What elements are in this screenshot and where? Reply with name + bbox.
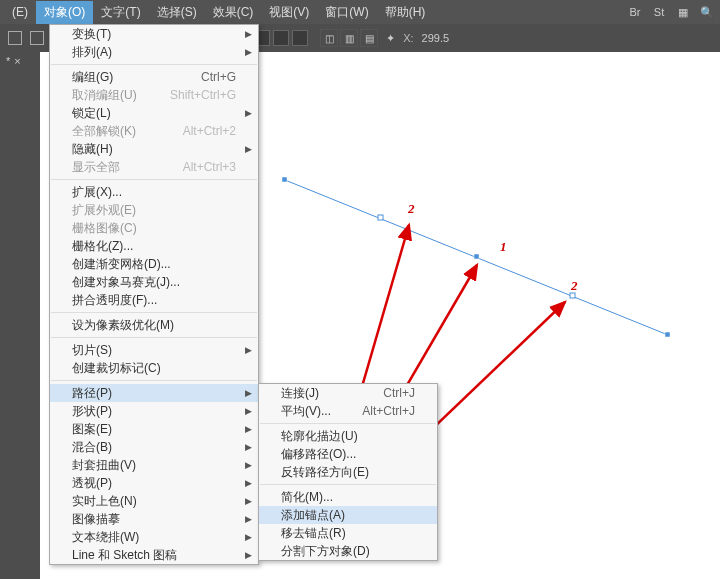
menu-ungroup[interactable]: 取消编组(U)Shift+Ctrl+G bbox=[50, 86, 258, 104]
menu-perspective[interactable]: 透视(P)▶ bbox=[50, 474, 258, 492]
submenu-average[interactable]: 平均(V)...Alt+Ctrl+J bbox=[259, 402, 437, 420]
style-swatch[interactable] bbox=[273, 30, 289, 46]
menubar: (E) 对象(O) 文字(T) 选择(S) 效果(C) 视图(V) 窗口(W) … bbox=[0, 0, 720, 24]
menu-text-wrap[interactable]: 文本绕排(W)▶ bbox=[50, 528, 258, 546]
menu-line-sketch[interactable]: Line 和 Sketch 图稿▶ bbox=[50, 546, 258, 564]
menu-blend[interactable]: 混合(B)▶ bbox=[50, 438, 258, 456]
menu-crop-image[interactable]: 栅格图像(C) bbox=[50, 219, 258, 237]
align-icon[interactable]: ◫ bbox=[320, 29, 338, 47]
menu-edit[interactable]: (E) bbox=[4, 2, 36, 22]
menu-shape[interactable]: 形状(P)▶ bbox=[50, 402, 258, 420]
menu-expand[interactable]: 扩展(X)... bbox=[50, 183, 258, 201]
align-icon[interactable]: ▤ bbox=[360, 29, 378, 47]
submenu-offset-path[interactable]: 偏移路径(O)... bbox=[259, 445, 437, 463]
submenu-divide-below[interactable]: 分割下方对象(D) bbox=[259, 542, 437, 560]
object-menu: 变换(T)▶ 排列(A)▶ 编组(G)Ctrl+G 取消编组(U)Shift+C… bbox=[49, 24, 259, 565]
menu-hide[interactable]: 隐藏(H)▶ bbox=[50, 140, 258, 158]
document-tab[interactable]: * × bbox=[0, 52, 40, 70]
menu-gradient-mesh[interactable]: 创建渐变网格(D)... bbox=[50, 255, 258, 273]
menu-object-mosaic[interactable]: 创建对象马赛克(J)... bbox=[50, 273, 258, 291]
path-submenu: 连接(J)Ctrl+J 平均(V)...Alt+Ctrl+J 轮廓化描边(U) … bbox=[258, 383, 438, 561]
submenu-join[interactable]: 连接(J)Ctrl+J bbox=[259, 384, 437, 402]
menu-group[interactable]: 编组(G)Ctrl+G bbox=[50, 68, 258, 86]
menu-pixel-perfect[interactable]: 设为像素级优化(M) bbox=[50, 316, 258, 334]
menubar-right-icons: Br St ▦ 🔍 bbox=[626, 3, 716, 21]
menu-help[interactable]: 帮助(H) bbox=[377, 1, 434, 24]
menu-show-all[interactable]: 显示全部Alt+Ctrl+3 bbox=[50, 158, 258, 176]
align-icon[interactable]: ▥ bbox=[340, 29, 358, 47]
transform-icon[interactable]: ✦ bbox=[386, 32, 395, 45]
menu-effect[interactable]: 效果(C) bbox=[205, 1, 262, 24]
bridge-icon[interactable]: Br bbox=[626, 3, 644, 21]
menu-path[interactable]: 路径(P)▶ bbox=[50, 384, 258, 402]
menu-unlock-all[interactable]: 全部解锁(K)Alt+Ctrl+2 bbox=[50, 122, 258, 140]
menu-window[interactable]: 窗口(W) bbox=[317, 1, 376, 24]
submenu-outline-stroke[interactable]: 轮廓化描边(U) bbox=[259, 427, 437, 445]
fill-swatch-icon[interactable] bbox=[8, 31, 22, 45]
menu-slice[interactable]: 切片(S)▶ bbox=[50, 341, 258, 359]
menu-live-paint[interactable]: 实时上色(N)▶ bbox=[50, 492, 258, 510]
submenu-remove-anchor-points[interactable]: 移去锚点(R) bbox=[259, 524, 437, 542]
style-swatch[interactable] bbox=[292, 30, 308, 46]
menu-expand-appearance[interactable]: 扩展外观(E) bbox=[50, 201, 258, 219]
menu-select[interactable]: 选择(S) bbox=[149, 1, 205, 24]
x-value: 299.5 bbox=[422, 32, 450, 44]
close-tab-icon[interactable]: × bbox=[14, 55, 20, 67]
menu-pattern[interactable]: 图案(E)▶ bbox=[50, 420, 258, 438]
menu-envelope-distort[interactable]: 封套扭曲(V)▶ bbox=[50, 456, 258, 474]
menu-type[interactable]: 文字(T) bbox=[93, 1, 148, 24]
stock-icon[interactable]: St bbox=[650, 3, 668, 21]
menu-rasterize[interactable]: 栅格化(Z)... bbox=[50, 237, 258, 255]
menu-arrange[interactable]: 排列(A)▶ bbox=[50, 43, 258, 61]
menu-trim-marks[interactable]: 创建裁切标记(C) bbox=[50, 359, 258, 377]
stroke-swatch-icon[interactable] bbox=[30, 31, 44, 45]
menu-transform[interactable]: 变换(T)▶ bbox=[50, 25, 258, 43]
arrange-docs-icon[interactable]: ▦ bbox=[674, 3, 692, 21]
style-swatches bbox=[254, 30, 308, 46]
align-icons: ◫ ▥ ▤ bbox=[320, 29, 378, 47]
menu-object[interactable]: 对象(O) bbox=[36, 1, 93, 24]
menu-view[interactable]: 视图(V) bbox=[261, 1, 317, 24]
submenu-add-anchor-points[interactable]: 添加锚点(A) bbox=[259, 506, 437, 524]
menu-image-trace[interactable]: 图像描摹▶ bbox=[50, 510, 258, 528]
x-label: X: bbox=[403, 32, 413, 44]
tab-suffix: * bbox=[6, 55, 10, 67]
menu-flatten-transparency[interactable]: 拼合透明度(F)... bbox=[50, 291, 258, 309]
left-gutter bbox=[0, 52, 40, 579]
submenu-simplify[interactable]: 简化(M)... bbox=[259, 488, 437, 506]
submenu-reverse-path[interactable]: 反转路径方向(E) bbox=[259, 463, 437, 481]
search-icon[interactable]: 🔍 bbox=[698, 3, 716, 21]
menu-lock[interactable]: 锁定(L)▶ bbox=[50, 104, 258, 122]
